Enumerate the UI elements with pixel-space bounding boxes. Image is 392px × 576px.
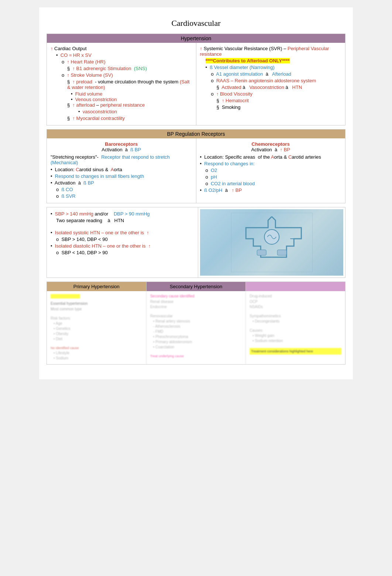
a1-text: A1 agonist stimulation [216, 71, 263, 77]
third-htn-header [246, 282, 345, 291]
myocardial-line: § ↑ Myocardial contractility [67, 115, 192, 121]
chemo-A: A [271, 154, 274, 160]
afterload-only: ****Contributes to Afterload ONLY**** [206, 58, 290, 63]
iso-sys-text: Isolated systolic HTN – one or the other… [55, 230, 149, 235]
secondary-blurred-text: Secondary cause identified Renal disease… [150, 294, 242, 358]
fluid-volume: • Fluid volume [71, 91, 192, 97]
b1-line: § ↑ B1 adrenergic Stimulation (SNS) [67, 66, 192, 71]
lower-right-col [198, 207, 345, 277]
baro-co: o ß CO [56, 187, 192, 192]
third-highlight: Treatment considerations highlighted her… [250, 348, 341, 355]
hematocrit-line: § ↑ Hematocrit [217, 98, 342, 103]
small-fibers-text: Respond to changes in small fibers lengt… [55, 173, 144, 179]
svg-rect-3 [277, 250, 286, 255]
bottom-section: Primary Hypertension Secondary Hypertens… [47, 282, 345, 365]
secondary-htn-header: Secondary Hypertension [147, 282, 246, 291]
co2-text: CO2 in arterial blood [211, 181, 255, 186]
up-bp-text: ↑ BP [232, 187, 242, 193]
htn-text: HTN [292, 84, 302, 90]
venous-text: Venous constriction [75, 97, 117, 102]
baro-svr: o ß SVR [56, 193, 192, 199]
a1-line: o A1 agonist stimulation à Afterload [211, 71, 342, 77]
iso-diastolic: • Isolated diastolic HTN – one or the ot… [51, 243, 194, 249]
htn-arrow: à [286, 84, 291, 90]
chemo-o2ph: • ß O2/pH à ↑ BP [200, 187, 342, 193]
co-formula-text: CO = HR x SV [61, 52, 92, 58]
iso-dia-values: o SBP < 140, DBP > 90 [56, 250, 194, 255]
sv-line: o ↑ Stroke Volume (SV) [62, 72, 192, 78]
cv-diagram-svg [200, 209, 344, 276]
cardiac-output-line: ↑ Cardiac Output [51, 46, 192, 51]
b1-text: ↑ B1 adrenergic Stimulation [72, 66, 131, 71]
co-formula: • CO = HR x SV [56, 52, 192, 58]
afterload-line: § ↑ afterload – peripheral resistance [67, 102, 192, 108]
stretching-text: "Stretching receptors"- [51, 154, 99, 160]
up-arrow-co: ↑ [51, 46, 53, 51]
chemo-C: C [288, 154, 292, 160]
bv-up: ↑ [216, 91, 219, 97]
svr-text: Systemic Vascular Resistance (SVR) – [204, 46, 288, 51]
baro-svr-text: ß SVR [61, 193, 75, 199]
raas-text: RAAS – Renin angiotensin aldosterone sys… [216, 78, 316, 83]
and-or: and/or [95, 211, 113, 217]
myocardial-text: ↑ Myocardial contractility [72, 115, 125, 121]
sv-text: ↑ Stroke Volume (SV) [67, 72, 113, 78]
o2ph-arrow: à [224, 187, 230, 193]
lower-left-col: • SBP > 140 mmHg and/or DBP > 90 mmHg Tw… [47, 207, 198, 277]
hr-line: o ↑ Heart Rate (HR) [62, 59, 192, 65]
cv-diagram [200, 209, 344, 276]
page: Cardiovascular Hypertension ↑ Cardiac Ou… [39, 7, 353, 379]
hypertension-section: Hypertension ↑ Cardiac Output • CO = HR … [47, 34, 345, 125]
preload-line: § ↑ preload - volume circulation through… [67, 79, 192, 90]
fluid-volume-text: Fluid volume [75, 91, 103, 97]
baroreceptors-col: Baroreceptors Activation à ß BP "Stretch… [47, 138, 196, 203]
vasoconstriction2: Vasoconstriction [249, 84, 284, 90]
htn-left-col: ↑ Cardiac Output • CO = HR x SV o ↑ Hear… [47, 43, 196, 125]
svg-rect-2 [257, 250, 266, 255]
baro-header: Baroreceptors [51, 141, 192, 147]
iso-systolic: • Isolated systolic HTN – one or the oth… [51, 230, 194, 235]
bv-text: Blood Viscosity [220, 91, 252, 97]
hypertension-header: Hypertension [47, 34, 345, 43]
raas-line: o RAAS – Renin angiotensin aldosterone s… [211, 78, 342, 83]
sns-text: (SNS) [134, 66, 147, 71]
afterload-text: ↑ afterload [72, 102, 95, 108]
baro-down-bp: ß BP [83, 180, 94, 186]
bp-regulation-section: BP Regulation Receptors Baroreceptors Ac… [47, 129, 345, 203]
baro-small-fibers: • Respond to changes in small fibers len… [51, 173, 192, 179]
chemo-respond-text: Respond to changes in: [204, 161, 255, 166]
primary-htn-header: Primary Hypertension [47, 282, 147, 291]
aorta-A: A [111, 167, 114, 172]
carotid-C: C [76, 167, 79, 172]
chemo-o2: o O2 [206, 168, 342, 173]
chemo-up-bp: ↑ BP [280, 147, 290, 152]
bp-header: BP Regulation Receptors [47, 130, 345, 138]
page-title: Cardiovascular [47, 18, 345, 28]
o2ph-text: ß O2/pH [204, 187, 222, 193]
bottom-content-row: Essential hypertension Most common type … [47, 291, 345, 364]
bottom-header-row: Primary Hypertension Secondary Hypertens… [47, 282, 345, 291]
sbp-line: • SBP > 140 mmHg and/or DBP > 90 mmHg [51, 211, 194, 217]
primary-content: Essential hypertension Most common type … [47, 291, 147, 364]
o2-text: O2 [211, 168, 217, 173]
dbp-val: DBP > 90 mmHg [114, 211, 150, 217]
chemo-activation: Activation à ↑ BP [200, 147, 342, 152]
baro-activation: Activation à ß BP [51, 147, 192, 152]
vessel-text: ß Vessel diameter (Narrowing) [210, 65, 275, 70]
hr-text: ↑ Heart Rate (HR) [67, 59, 105, 65]
preload-desc: - volume circulation through the system [94, 79, 180, 84]
htn-right-col: ↑ Systemic Vascular Resistance (SVR) – P… [196, 43, 345, 125]
lower-section: • SBP > 140 mmHg and/or DBP > 90 mmHg Tw… [47, 207, 345, 278]
vaso-htn: à [243, 84, 248, 90]
iso-sys-values: o SBP > 140, DBP < 90 [56, 237, 194, 242]
baro-location: • Location: Carotid sinus & Aorta [51, 167, 192, 172]
secondary-content: Secondary cause identified Renal disease… [147, 291, 246, 364]
vessel-diam: • ß Vessel diameter (Narrowing) [206, 65, 342, 70]
vasoconstriction-line: • vasoconstriction [78, 109, 192, 114]
sbp-val: SBP > 140 mmHg [55, 211, 93, 217]
highlight-line: ****Contributes to Afterload ONLY**** [206, 58, 342, 63]
vaso-text: vasoconstriction [83, 109, 117, 114]
third-content: Drug-induced OCP NSAIDs Sympathomimetics… [246, 291, 345, 364]
blood-visc: o ↑ Blood Viscosity [211, 91, 342, 97]
chemo-ph: o pH [206, 174, 342, 180]
